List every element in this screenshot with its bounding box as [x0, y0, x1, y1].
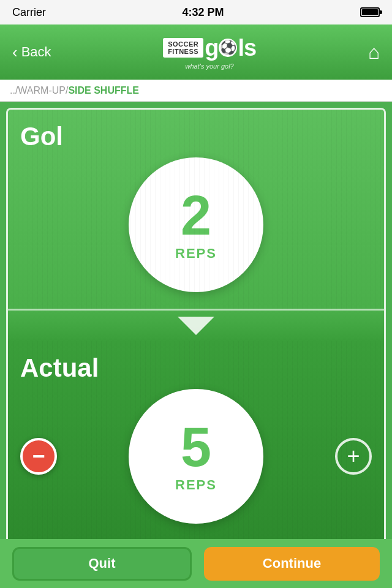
logo-gols: gls [205, 35, 256, 61]
header: ‹ Back SOCCER FITNESS gls what's your go… [0, 24, 392, 80]
soccer-ball-icon [219, 39, 237, 57]
main-content: Gol 2 REPS Actual 5 REPS [6, 108, 386, 544]
chevron-down-icon [178, 317, 214, 335]
decrement-button[interactable] [20, 438, 57, 475]
increment-button[interactable] [335, 438, 372, 475]
gol-value: 2 [181, 188, 211, 243]
breadcrumb-path: ../WARM-UP/ [10, 85, 68, 96]
back-chevron-icon: ‹ [12, 43, 18, 62]
actual-value-circle: 5 REPS [129, 389, 263, 524]
chevron-divider [8, 311, 384, 341]
actual-section-label: Actual [20, 353, 99, 383]
back-button[interactable]: ‹ Back [12, 43, 51, 62]
logo-text: SOCCER FITNESS gls [163, 35, 256, 61]
gol-unit: REPS [175, 246, 217, 262]
footer: Quit Continue [0, 539, 392, 588]
breadcrumb: ../WARM-UP/ SIDE SHUFFLE [0, 80, 392, 102]
status-bar-center: 4:32 PM [182, 6, 224, 19]
home-button[interactable]: ⌂ [368, 41, 380, 64]
breadcrumb-current: SIDE SHUFFLE [68, 85, 139, 96]
gol-value-circle: 2 REPS [129, 157, 263, 292]
logo-soccer-fitness: SOCCER FITNESS [163, 38, 203, 58]
back-label: Back [21, 44, 51, 60]
status-bar: Carrier 4:32 PM [0, 0, 392, 24]
actual-controls: 5 REPS [20, 389, 372, 524]
actual-section: Actual 5 REPS [8, 341, 384, 542]
carrier-label: Carrier [12, 6, 46, 19]
quit-button[interactable]: Quit [12, 547, 192, 581]
logo-tagline: what's your gol? [186, 62, 234, 70]
gol-circle-container: 2 REPS [20, 157, 372, 292]
actual-unit: REPS [175, 477, 217, 493]
continue-button[interactable]: Continue [204, 547, 380, 581]
actual-value: 5 [181, 420, 211, 475]
gol-section: Gol 2 REPS [8, 110, 384, 311]
logo-container: SOCCER FITNESS gls what's your gol? [163, 35, 256, 70]
gol-section-label: Gol [20, 122, 63, 151]
status-bar-right [360, 7, 380, 17]
battery-icon [360, 7, 380, 17]
